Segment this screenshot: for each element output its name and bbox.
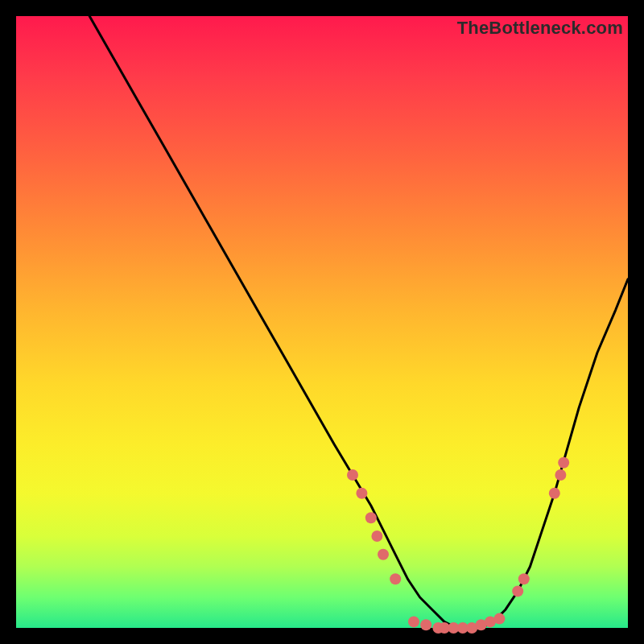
plot-area: TheBottleneck.com: [16, 16, 628, 628]
benchmark-point: [512, 585, 523, 597]
benchmark-point: [378, 549, 389, 560]
benchmark-point: [365, 512, 377, 523]
benchmark-point: [555, 469, 566, 481]
chart-frame: TheBottleneck.com: [16, 16, 628, 628]
benchmark-point: [356, 488, 367, 499]
benchmark-point: [549, 488, 560, 499]
benchmark-point: [518, 573, 530, 584]
bottleneck-curve: [89, 16, 628, 628]
benchmark-point: [371, 530, 382, 542]
benchmark-point: [347, 469, 358, 481]
chart-svg: [16, 16, 628, 628]
benchmark-point: [558, 457, 569, 469]
benchmark-point: [493, 613, 505, 625]
curve-group: [89, 16, 628, 628]
benchmark-point: [420, 619, 431, 630]
benchmark-point: [390, 573, 401, 584]
benchmark-point: [408, 616, 419, 627]
